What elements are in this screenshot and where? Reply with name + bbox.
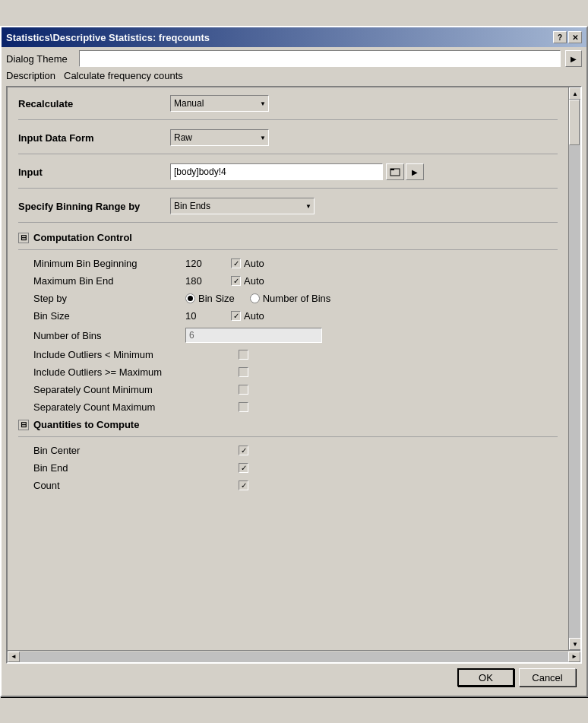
- recalculate-select-wrapper: Manual Auto: [170, 95, 269, 112]
- content-area: Dialog Theme ▶ Description Calculate fre…: [2, 47, 586, 696]
- specify-binning-select[interactable]: Bin Ends Bin Centers Bin Starts: [170, 198, 315, 214]
- separately-count-min-label: Separately Count Minimum: [33, 384, 239, 395]
- count-label: Count: [33, 480, 239, 491]
- bin-size-radio-label: Bin Size: [198, 293, 235, 304]
- step-by-radio-group: Bin Size Number of Bins: [185, 293, 330, 304]
- bin-center-label: Bin Center: [33, 445, 239, 456]
- input-browse-button[interactable]: [386, 163, 404, 180]
- separately-count-max-checkbox[interactable]: [239, 402, 248, 412]
- step-by-bin-size-radio[interactable]: Bin Size: [185, 293, 235, 304]
- dialog-theme-row: Dialog Theme ▶: [6, 50, 582, 67]
- bin-end-label: Bin End: [33, 462, 239, 474]
- window-title: Statistics\Descriptive Statistics: freqc…: [6, 32, 210, 43]
- number-of-bins-input[interactable]: [185, 328, 322, 343]
- recalculate-select[interactable]: Manual Auto: [170, 95, 269, 112]
- quantities-header: ⊟ Quantities to Compute: [18, 419, 558, 430]
- bin-center-row: Bin Center: [33, 445, 558, 456]
- scroll-track[interactable]: [569, 100, 580, 638]
- cancel-button[interactable]: Cancel: [519, 668, 576, 687]
- panel-with-scroll: Recalculate Manual Auto Input Data Form: [8, 87, 580, 650]
- theme-arrow-button[interactable]: ▶: [565, 50, 582, 67]
- specify-binning-label: Specify Binning Range by: [18, 201, 170, 212]
- recalculate-label: Recalculate: [18, 98, 170, 109]
- dialog-theme-input[interactable]: [79, 50, 561, 67]
- vertical-scrollbar[interactable]: ▲ ▼: [568, 87, 580, 650]
- step-by-label: Step by: [33, 293, 185, 304]
- computation-control-header: ⊟ Computation Control: [18, 232, 558, 243]
- min-bin-beginning-row: Minimum Bin Beginning 120 Auto: [33, 258, 558, 269]
- scrollable-content: Recalculate Manual Auto Input Data Form: [8, 87, 568, 650]
- number-bins-radio-label: Number of Bins: [263, 293, 331, 304]
- input-data-form-row: Input Data Form Raw Tabular: [18, 129, 558, 154]
- h-scroll-track[interactable]: [20, 652, 568, 662]
- separately-count-max-label: Separately Count Maximum: [33, 401, 239, 413]
- scroll-up-button[interactable]: ▲: [569, 87, 580, 100]
- title-bar: Statistics\Descriptive Statistics: freqc…: [2, 27, 586, 47]
- separately-count-min-checkbox[interactable]: [239, 385, 248, 395]
- include-outliers-max-checkbox[interactable]: [239, 367, 248, 377]
- recalculate-row: Recalculate Manual Auto: [18, 95, 558, 120]
- description-label: Description: [6, 70, 59, 81]
- separately-count-min-row: Separately Count Minimum: [33, 384, 558, 395]
- max-bin-auto-area: Auto: [231, 275, 264, 287]
- min-bin-auto-area: Auto: [231, 258, 264, 269]
- quantities-to-compute-section: ⊟ Quantities to Compute Bin Center: [18, 419, 558, 491]
- input-data-form-select-wrapper: Raw Tabular: [170, 129, 269, 146]
- min-bin-auto-checkbox[interactable]: [231, 258, 241, 268]
- title-bar-buttons: ? ✕: [553, 31, 582, 43]
- scroll-right-button[interactable]: ►: [568, 652, 580, 662]
- bin-size-radio-button[interactable]: [185, 293, 195, 303]
- bin-size-value: 10: [185, 310, 231, 322]
- ok-button[interactable]: OK: [457, 668, 514, 687]
- max-bin-end-row: Maximum Bin End 180 Auto: [33, 275, 558, 287]
- browse-icon: [390, 166, 400, 177]
- count-checkbox[interactable]: [239, 480, 248, 490]
- include-outliers-max-label: Include Outliers >= Maximum: [33, 366, 239, 378]
- quantities-content: Bin Center Bin End Count: [33, 445, 558, 491]
- bottom-buttons: OK Cancel: [6, 664, 582, 691]
- description-text: Calculate frequency counts: [64, 70, 183, 81]
- main-panel: Recalculate Manual Auto Input Data Form: [6, 86, 582, 664]
- scroll-thumb[interactable]: [569, 100, 580, 145]
- input-label: Input: [18, 166, 170, 178]
- min-bin-beginning-value: 120: [185, 258, 231, 269]
- scroll-left-button[interactable]: ◄: [8, 652, 20, 662]
- computation-control-label: Computation Control: [33, 232, 132, 243]
- specify-binning-row: Specify Binning Range by Bin Ends Bin Ce…: [18, 198, 558, 223]
- max-bin-end-label: Maximum Bin End: [33, 275, 185, 287]
- include-outliers-min-checkbox[interactable]: [239, 350, 248, 360]
- number-of-bins-label: Number of Bins: [33, 330, 185, 341]
- min-bin-auto-label: Auto: [244, 258, 264, 269]
- input-buttons: ▶: [386, 163, 424, 180]
- bin-center-checkbox[interactable]: [239, 446, 248, 455]
- input-field[interactable]: [170, 163, 383, 180]
- horizontal-scrollbar[interactable]: ◄ ►: [8, 650, 580, 662]
- count-row: Count: [33, 480, 558, 491]
- quantities-toggle[interactable]: ⊟: [18, 420, 29, 430]
- max-bin-auto-label: Auto: [244, 275, 264, 287]
- input-arrow-button[interactable]: ▶: [406, 163, 424, 180]
- input-row: Input ▶: [18, 163, 558, 189]
- computation-control-toggle[interactable]: ⊟: [18, 233, 29, 243]
- max-bin-end-value: 180: [185, 275, 231, 287]
- dialog-theme-label: Dialog Theme: [6, 53, 74, 65]
- description-row: Description Calculate frequency counts: [6, 70, 582, 81]
- bin-end-checkbox[interactable]: [239, 463, 248, 473]
- max-bin-auto-checkbox[interactable]: [231, 276, 241, 286]
- close-button[interactable]: ✕: [568, 31, 582, 43]
- include-outliers-min-label: Include Outliers < Minimum: [33, 349, 239, 360]
- input-data-form-select[interactable]: Raw Tabular: [170, 129, 269, 146]
- step-by-number-bins-radio[interactable]: Number of Bins: [250, 293, 331, 304]
- scroll-down-button[interactable]: ▼: [569, 638, 580, 650]
- bin-end-row: Bin End: [33, 462, 558, 474]
- bin-size-auto-checkbox[interactable]: [231, 311, 241, 321]
- number-bins-radio-button[interactable]: [250, 293, 260, 303]
- quantities-label: Quantities to Compute: [33, 419, 139, 430]
- step-by-row: Step by Bin Size Number of Bins: [33, 293, 558, 304]
- bin-size-auto-area: Auto: [231, 310, 264, 322]
- computation-control-section: ⊟ Computation Control Minimum Bin Beginn…: [18, 232, 558, 413]
- separately-count-max-row: Separately Count Maximum: [33, 401, 558, 413]
- computation-control-content: Minimum Bin Beginning 120 Auto Maximum B…: [33, 258, 558, 413]
- number-of-bins-row: Number of Bins: [33, 328, 558, 343]
- help-button[interactable]: ?: [553, 31, 567, 43]
